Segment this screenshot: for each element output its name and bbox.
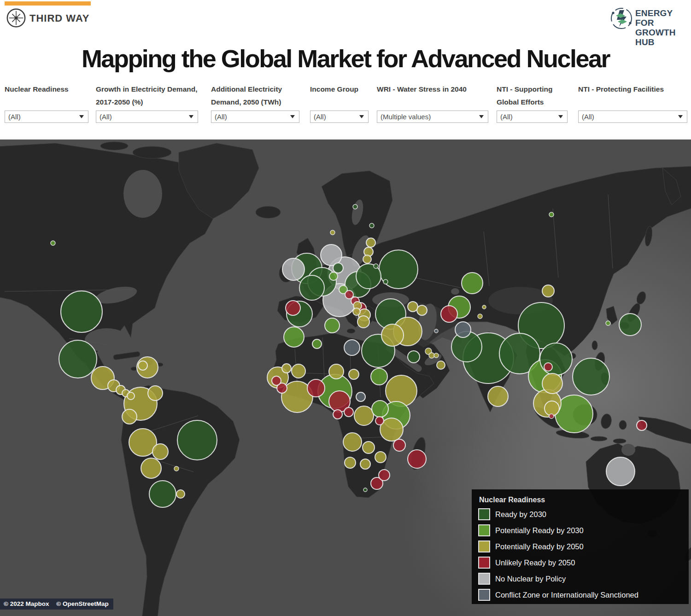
map-bubble-ready2030[interactable] xyxy=(353,204,357,209)
map-bubble-ready2030[interactable] xyxy=(540,343,572,375)
map-bubble-unlikely2050[interactable] xyxy=(408,450,426,468)
map-bubble-pot2050[interactable] xyxy=(386,375,417,407)
map-bubble-pot2050[interactable] xyxy=(122,409,137,424)
map-bubble-ready2030[interactable] xyxy=(149,481,176,507)
map-bubble-pot2050[interactable] xyxy=(429,353,434,358)
map-bubble-ready2030[interactable] xyxy=(363,488,367,492)
map-bubble-pot2030[interactable] xyxy=(549,212,554,217)
map-bubble-ready2030[interactable] xyxy=(333,263,343,273)
map-bubble-pot2050[interactable] xyxy=(329,364,344,379)
map-bubble-pot2050[interactable] xyxy=(408,302,418,312)
map-bubble-pot2050[interactable] xyxy=(488,386,508,407)
map-bubble-pot2050[interactable] xyxy=(141,458,161,478)
map-bubble-ready2030[interactable] xyxy=(573,358,609,395)
map-bubble-ready2030[interactable] xyxy=(369,223,374,228)
hudson-bay xyxy=(123,170,162,218)
map-bubble-unlikely2050[interactable] xyxy=(379,470,390,481)
map-bubble-pot2030[interactable] xyxy=(606,321,610,325)
map-bubble-pot2030[interactable] xyxy=(325,318,340,333)
map-bubble-conflict[interactable] xyxy=(356,392,365,401)
map-bubble-unlikely2050[interactable] xyxy=(393,439,405,451)
map-bubble-pot2050[interactable] xyxy=(152,444,168,459)
legend-item-pot2050[interactable]: Potentially Ready by 2050 xyxy=(478,540,684,552)
map-bubble-pot2050[interactable] xyxy=(542,285,554,297)
map-bubble-pot2050[interactable] xyxy=(482,305,486,309)
map-bubble-ready2030[interactable] xyxy=(383,279,388,284)
map-bubble-unlikely2050[interactable] xyxy=(307,379,325,397)
map-bubble-pot2030[interactable] xyxy=(371,368,387,385)
filter-dropdown-nti-supporting-global-efforts[interactable]: (All) xyxy=(497,110,568,123)
map-bubble-unlikely2050[interactable] xyxy=(345,291,353,299)
map-bubble-pot2050[interactable] xyxy=(542,373,562,394)
map-bubble-unlikely2050[interactable] xyxy=(637,420,647,430)
map-bubble-pot2050[interactable] xyxy=(292,364,305,378)
legend-item-nonuclear[interactable]: No Nuclear by Policy xyxy=(478,573,684,585)
map-bubble-unlikely2050[interactable] xyxy=(544,363,552,371)
map-bubble-ready2030[interactable] xyxy=(59,340,97,378)
map-bubble-pot2050[interactable] xyxy=(282,364,291,373)
map-bubble-pot2030[interactable] xyxy=(372,401,388,417)
map-bubble-unlikely2050[interactable] xyxy=(333,410,342,419)
map-bubble-ready2030[interactable] xyxy=(374,264,378,268)
map-bubble-pot2050[interactable] xyxy=(434,353,439,358)
map-bubble-pot2050[interactable] xyxy=(363,255,371,263)
map-bubble-conflict[interactable] xyxy=(434,329,438,333)
world-map[interactable]: Nuclear Readiness Ready by 2030Potential… xyxy=(0,139,691,616)
filter-dropdown-wri-water-stress[interactable]: (Multiple values) xyxy=(377,110,488,123)
map-bubble-pot2050[interactable] xyxy=(138,361,147,370)
map-bubble-ready2030[interactable] xyxy=(177,420,217,460)
map-bubble-pot2050[interactable] xyxy=(176,490,185,498)
map-bubble-unlikely2050[interactable] xyxy=(375,417,384,425)
map-bubble-pot2050[interactable] xyxy=(437,361,445,369)
map-bubble-pot2050[interactable] xyxy=(349,369,359,379)
map-bubble-pot2050[interactable] xyxy=(417,305,427,315)
map-bubble-unlikely2050[interactable] xyxy=(344,407,353,417)
map-bubble-pot2050[interactable] xyxy=(357,316,369,328)
filter-dropdown-income-group[interactable]: (All) xyxy=(310,110,369,123)
map-bubble-pot2030[interactable] xyxy=(462,273,483,294)
filter-dropdown-nti-protecting-facilities[interactable]: (All) xyxy=(578,110,687,123)
map-bubble-ready2030[interactable] xyxy=(408,351,420,363)
filter-label-wri-water-stress: WRI - Water Stress in 2040 xyxy=(377,83,488,109)
map-bubble-pot2050[interactable] xyxy=(148,386,163,401)
map-bubble-pot2050[interactable] xyxy=(366,238,375,247)
map-bubble-pot2050[interactable] xyxy=(330,230,335,235)
map-bubble-unlikely2050[interactable] xyxy=(286,301,300,315)
filter-dropdown-growth-electricity-demand[interactable]: (All) xyxy=(96,110,198,123)
map-bubble-pot2050[interactable] xyxy=(354,406,374,425)
map-bubble-pot2030[interactable] xyxy=(51,241,55,245)
map-bubble-pot2030[interactable] xyxy=(284,327,304,347)
map-bubble-pot2050[interactable] xyxy=(353,308,360,315)
map-bubble-pot2050[interactable] xyxy=(381,324,404,346)
map-bubble-ready2030[interactable] xyxy=(619,314,641,336)
legend-item-pot2030[interactable]: Potentially Ready by 2030 xyxy=(478,524,684,536)
map-bubble-ready2030[interactable] xyxy=(299,275,324,300)
mapbox-attribution[interactable]: © 2022 Mapbox xyxy=(4,600,49,607)
map-bubble-pot2050[interactable] xyxy=(363,442,375,453)
map-bubble-pot2050[interactable] xyxy=(345,457,356,468)
filter-label-growth-electricity-demand: Growth in Electricity Demand, 2017-2050 … xyxy=(96,83,198,109)
map-bubble-pot2050[interactable] xyxy=(174,466,179,471)
map-bubble-nonuclear[interactable] xyxy=(282,258,305,280)
map-bubble-pot2050[interactable] xyxy=(360,459,370,469)
map-bubble-pot2030[interactable] xyxy=(312,339,322,349)
filter-dropdown-nuclear-readiness[interactable]: (All) xyxy=(5,110,88,123)
map-bubble-conflict[interactable] xyxy=(344,340,360,355)
map-bubble-conflict[interactable] xyxy=(455,322,471,337)
map-bubble-pot2050[interactable] xyxy=(127,392,135,400)
map-bubble-pot2030[interactable] xyxy=(329,272,338,280)
map-bubble-ready2030[interactable] xyxy=(61,291,102,332)
map-bubble-pot2050[interactable] xyxy=(375,452,386,463)
map-bubble-nonuclear[interactable] xyxy=(606,457,635,486)
legend-item-conflict[interactable]: Conflict Zone or Internationally Sanctio… xyxy=(478,589,684,601)
osm-attribution[interactable]: © OpenStreetMap xyxy=(56,600,108,607)
filter-dropdown-additional-electricity-demand[interactable]: (All) xyxy=(211,110,299,123)
map-bubble-pot2050[interactable] xyxy=(545,401,559,416)
map-bubble-unlikely2050[interactable] xyxy=(549,414,554,418)
map-bubble-pot2050[interactable] xyxy=(478,314,482,319)
legend-item-ready2030[interactable]: Ready by 2030 xyxy=(478,508,684,520)
map-bubble-unlikely2050[interactable] xyxy=(272,376,281,385)
map-bubble-unlikely2050[interactable] xyxy=(441,306,457,322)
legend-item-unlikely2050[interactable]: Unlikely Ready by 2050 xyxy=(478,557,684,569)
map-bubble-pot2050[interactable] xyxy=(343,433,362,451)
